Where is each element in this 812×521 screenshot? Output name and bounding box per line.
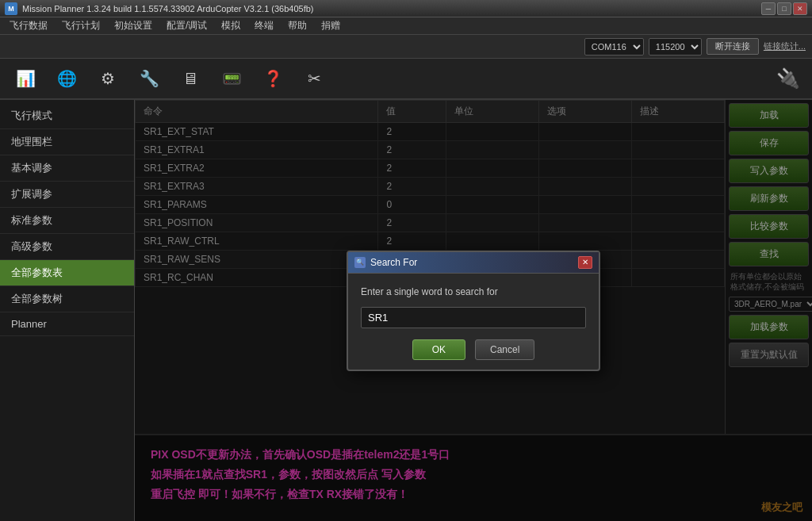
dialog-cancel-button[interactable]: Cancel [475,339,534,360]
toolbar-config[interactable]: 🔧 [132,64,167,93]
dialog-close-button[interactable]: ✕ [578,256,592,269]
dialog-title-icon: 🔍 [354,257,366,268]
connect-button[interactable]: 断开连接 [707,38,759,55]
menu-help[interactable]: 帮助 [282,17,313,34]
menu-terminal[interactable]: 终端 [248,17,280,34]
baud-select[interactable]: 115200 [649,38,702,56]
dialog-body: Enter a single word to search for OK Can… [348,274,599,370]
menu-donate[interactable]: 捐赠 [315,17,347,34]
search-input[interactable] [361,307,586,328]
title-bar: M Mission Planner 1.3.24 build 1.1.5574.… [0,0,812,17]
donate-icon: ✂ [301,66,327,91]
sidebar-item-flight-mode[interactable]: 飞行模式 [0,103,134,129]
wrench-icon: 🔧 [136,66,162,91]
connection-bar: COM116 115200 断开连接 链接统计... [0,35,812,59]
toolbar-help[interactable]: ❓ [255,64,290,93]
sidebar-item-basic-tuning[interactable]: 基本调参 [0,155,134,182]
toolbar-terminal[interactable]: 📟 [214,64,249,93]
terminal-icon: 📟 [219,66,244,91]
close-button[interactable]: ✕ [793,2,807,15]
sidebar: 飞行模式 地理围栏 基本调参 扩展调参 标准参数 高级参数 全部参数表 全部参数… [0,100,135,521]
menu-config[interactable]: 配置/调试 [160,17,213,34]
toolbar-initial-setup[interactable]: ⚙ [90,64,125,93]
toolbar-flight-plan[interactable]: 🌐 [49,64,84,93]
toolbar: 📊 🌐 ⚙ 🔧 🖥 📟 ❓ ✂ 🔌 [0,59,812,100]
minimize-button[interactable]: ─ [761,2,776,15]
help-icon: ❓ [260,66,285,91]
menu-flight-plan[interactable]: 飞行计划 [56,17,106,34]
sidebar-item-geofence[interactable]: 地理围栏 [0,129,134,155]
toolbar-simulation[interactable]: 🖥 [173,64,208,93]
stats-link[interactable]: 链接统计... [764,40,806,52]
dialog-title-text: 🔍 Search For [354,257,417,268]
sidebar-item-planner[interactable]: Planner [0,312,134,336]
sidebar-item-all-params-tree[interactable]: 全部参数树 [0,286,134,312]
window-controls: ─ □ ✕ [761,2,807,15]
dialog-label: Enter a single word to search for [361,286,586,297]
main-layout: 飞行模式 地理围栏 基本调参 扩展调参 标准参数 高级参数 全部参数表 全部参数… [0,100,812,521]
port-select[interactable]: COM116 [584,38,644,56]
sidebar-item-extended-tuning[interactable]: 扩展调参 [0,182,134,208]
modal-overlay: 🔍 Search For ✕ Enter a single word to se… [135,100,812,521]
window-title: Mission Planner 1.3.24 build 1.1.5574.33… [22,4,761,13]
menu-simulation[interactable]: 模拟 [215,17,247,34]
sidebar-item-standard-params[interactable]: 标准参数 [0,208,134,234]
monitor-icon: 🖥 [178,66,203,91]
map-icon: 🌐 [54,66,79,91]
usb-icon: 🔌 [772,63,804,94]
toolbar-flight-data[interactable]: 📊 [8,64,43,93]
sidebar-item-all-params-table[interactable]: 全部参数表 [0,260,134,286]
menu-initial-setup[interactable]: 初始设置 [108,17,159,34]
dialog-titlebar: 🔍 Search For ✕ [348,252,599,274]
maximize-button[interactable]: □ [777,2,791,15]
dialog-buttons: OK Cancel [361,339,586,360]
dialog-ok-button[interactable]: OK [412,339,465,360]
sidebar-item-advanced-params[interactable]: 高级参数 [0,234,134,260]
search-dialog: 🔍 Search For ✕ Enter a single word to se… [347,251,600,371]
dialog-title-label: Search For [370,257,417,268]
settings-icon: ⚙ [95,66,121,91]
flight-data-icon: 📊 [13,66,38,91]
app-icon: M [5,2,17,15]
menu-flight-data[interactable]: 飞行数据 [3,17,54,34]
toolbar-donate[interactable]: ✂ [297,64,331,93]
menu-bar: 飞行数据 飞行计划 初始设置 配置/调试 模拟 终端 帮助 捐赠 [0,17,812,35]
